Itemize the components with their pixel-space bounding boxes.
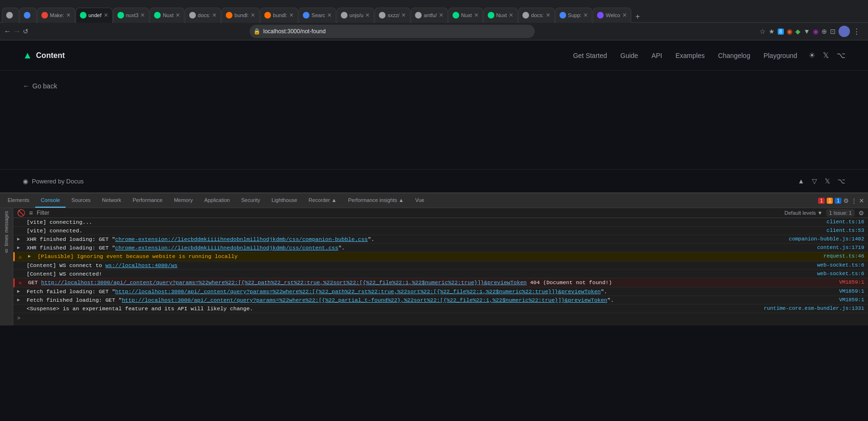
tab-close-9[interactable]: ✕ — [289, 12, 294, 19]
console-source[interactable]: VM1859:1 — [831, 297, 864, 303]
expand-icon[interactable]: ▶ — [17, 236, 25, 242]
nav-link-playground[interactable]: Playground — [763, 52, 797, 59]
console-sidebar-toggle[interactable]: ≡ — [29, 209, 33, 217]
address-bar[interactable]: 🔒 localhost:3000/not-found — [250, 25, 535, 38]
expand-icon[interactable]: ▶ — [17, 288, 25, 294]
console-source[interactable]: client.ts:53 — [819, 228, 864, 233]
tab-close-6[interactable]: ✕ — [175, 12, 180, 19]
devtools-more-icon[interactable]: ⋮ — [851, 197, 857, 204]
tab-5[interactable]: nuxt3 ✕ — [113, 8, 150, 23]
tab-3[interactable]: Make: ✕ — [37, 8, 75, 23]
devtools-tab-performance[interactable]: Performance — [127, 193, 168, 208]
tab-close-7[interactable]: ✕ — [212, 12, 217, 19]
tab-16[interactable]: docs: ✕ — [518, 8, 554, 23]
footer-filter-icon[interactable]: ▽ — [812, 177, 817, 185]
tab-4[interactable]: undef ✕ — [76, 8, 113, 23]
twitter-icon[interactable]: 𝕏 — [823, 51, 829, 60]
devtools-tab-memory[interactable]: Memory — [168, 193, 199, 208]
console-source[interactable]: runtime-core.esm-bundler.js:1331 — [756, 306, 864, 311]
forward-button[interactable]: → — [13, 27, 21, 36]
ext-2-icon[interactable]: ◆ — [795, 28, 800, 35]
expand-icon[interactable]: ▶ — [17, 245, 25, 250]
console-source[interactable]: VM1859:1 — [831, 279, 864, 285]
nav-link-examples[interactable]: Examples — [675, 52, 704, 59]
fetch-link-1[interactable]: http://localhost:3000/api/_content/query… — [115, 288, 600, 295]
tab-close-4[interactable]: ✕ — [104, 12, 108, 19]
ws-link[interactable]: ws://localhost:4000/ws — [106, 262, 178, 268]
footer-github-icon[interactable]: ⌥ — [838, 177, 845, 185]
tab-11[interactable]: unjs/u ✕ — [337, 8, 374, 23]
console-source[interactable]: VM1859:1 — [831, 288, 864, 294]
tab-13[interactable]: antfu/ ✕ — [411, 8, 448, 23]
bookmark-icon[interactable]: ☆ — [760, 28, 766, 35]
ext-3-icon[interactable]: ▼ — [803, 28, 810, 35]
theme-toggle-icon[interactable]: ☀ — [809, 51, 815, 60]
console-source[interactable]: request.ts:46 — [816, 253, 864, 259]
tab-close-13[interactable]: ✕ — [439, 12, 444, 19]
tab-close-10[interactable]: ✕ — [327, 12, 332, 19]
tab-9[interactable]: bundl: ✕ — [260, 8, 298, 23]
tab-8[interactable]: bundl: ✕ — [222, 8, 260, 23]
group-label[interactable]: g — [4, 247, 9, 254]
devtools-tab-application[interactable]: Application — [199, 193, 236, 208]
tab-6[interactable]: Nuxt ✕ — [150, 8, 184, 23]
devtools-tab-sources[interactable]: Sources — [66, 193, 96, 208]
settings-icon[interactable]: ⋮ — [853, 27, 860, 36]
nav-link-api[interactable]: API — [651, 52, 662, 59]
tab-14[interactable]: Nuxt ✕ — [448, 8, 483, 23]
tab-2[interactable] — [19, 8, 37, 23]
nav-link-changelog[interactable]: Changelog — [718, 52, 750, 59]
nav-link-guide[interactable]: Guide — [620, 52, 638, 59]
devtools-tab-elements[interactable]: Elements — [2, 193, 35, 208]
default-levels-dropdown[interactable]: Default levels ▼ — [784, 210, 822, 216]
tab-close-8[interactable]: ✕ — [251, 12, 255, 19]
tab-close-3[interactable]: ✕ — [66, 12, 71, 19]
console-source[interactable]: companion-bubble.js:1402 — [781, 236, 864, 242]
go-back-link[interactable]: ← Go back — [23, 82, 845, 90]
nav-link-get-started[interactable]: Get Started — [573, 52, 607, 59]
messages-label[interactable]: messages — [3, 210, 10, 234]
console-settings-icon[interactable]: ⚙ — [858, 210, 864, 217]
window-split-icon[interactable]: ⊡ — [830, 28, 836, 35]
devtools-tab-perf-insights[interactable]: Performance insights ▲ — [342, 193, 409, 208]
devtools-settings-icon[interactable]: ⚙ — [843, 197, 849, 204]
issues-badge[interactable]: 1 Issue: 1 — [826, 209, 855, 217]
tab-10[interactable]: Searc ✕ — [299, 8, 336, 23]
console-clear-icon[interactable]: 🚫 — [17, 209, 25, 217]
tab-7[interactable]: docs: ✕ — [185, 8, 221, 23]
ext-1-icon[interactable]: ◉ — [787, 28, 792, 35]
tab-close-12[interactable]: ✕ — [401, 12, 406, 19]
times-label[interactable]: times — [3, 234, 10, 247]
tab-close-16[interactable]: ✕ — [546, 12, 550, 19]
tab-close-14[interactable]: ✕ — [474, 12, 479, 19]
console-source[interactable]: client.ts:16 — [819, 219, 864, 225]
console-prompt[interactable]: > — [13, 313, 868, 323]
tab-12[interactable]: sxzz/ ✕ — [375, 8, 410, 23]
expand-icon[interactable]: ▶ — [28, 253, 36, 259]
tab-close-15[interactable]: ✕ — [509, 12, 513, 19]
expand-icon[interactable]: ▶ — [17, 297, 25, 303]
footer-twitter-icon[interactable]: 𝕏 — [825, 177, 830, 185]
xhr-link-1[interactable]: chrome-extension://liecbddmkiiiihnedobnl… — [115, 236, 367, 242]
ext-5-icon[interactable]: ⊕ — [821, 28, 827, 35]
devtools-tab-console[interactable]: Console — [35, 193, 66, 208]
ext-4-icon[interactable]: ◉ — [813, 28, 819, 35]
add-tab-button[interactable]: + — [632, 10, 644, 23]
github-icon[interactable]: ⌥ — [837, 51, 845, 60]
tab-18[interactable]: Welco ✕ — [593, 8, 631, 23]
fetch-link-2[interactable]: http://localhost:3000/api/_content/query… — [122, 297, 607, 303]
error-link-1[interactable]: http://localhost:3000/api/_content/query… — [41, 279, 527, 286]
devtools-tab-security[interactable]: Security — [235, 193, 266, 208]
tab-close-5[interactable]: ✕ — [140, 12, 145, 19]
devtools-close-icon[interactable]: ✕ — [859, 197, 864, 204]
footer-nuxt-icon[interactable]: ▲ — [798, 177, 804, 185]
devtools-tab-lighthouse[interactable]: Lighthouse — [266, 193, 303, 208]
console-source[interactable]: content.js:1719 — [810, 245, 864, 250]
user-avatar[interactable] — [839, 26, 850, 37]
tab-close-11[interactable]: ✕ — [365, 12, 370, 19]
tab-15[interactable]: Nuxt ✕ — [483, 8, 518, 23]
reload-button[interactable]: ↺ — [23, 28, 29, 35]
devtools-tab-network[interactable]: Network — [96, 193, 127, 208]
tab-17[interactable]: Supp: ✕ — [555, 8, 593, 23]
console-source[interactable]: web-socket.ts:6 — [810, 262, 864, 268]
